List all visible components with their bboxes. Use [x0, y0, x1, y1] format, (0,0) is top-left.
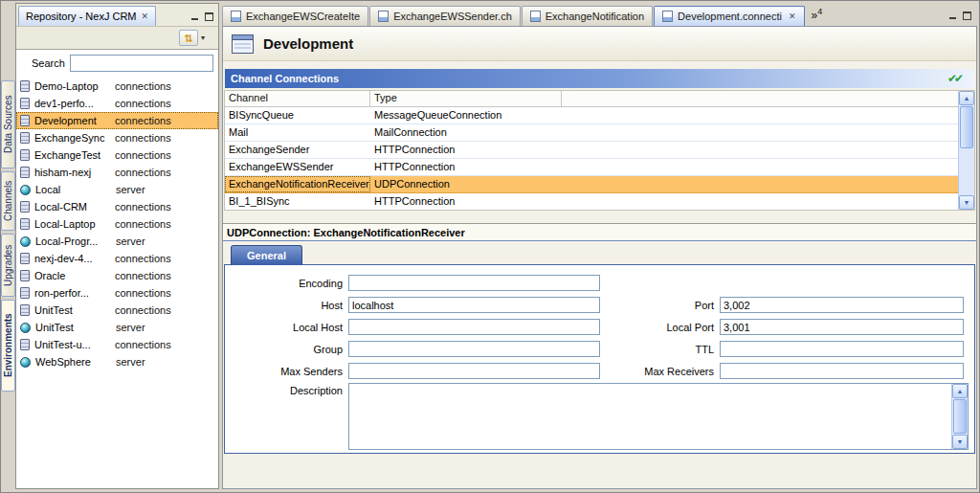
table-body: BISyncQueue MessageQueueConnection Mail … — [225, 107, 958, 210]
tab-overflow-chevron[interactable]: »4 — [812, 7, 823, 22]
view-minimize-icon[interactable] — [190, 12, 199, 21]
scrollbar-thumb[interactable] — [960, 106, 973, 148]
column-header-type[interactable]: Type — [370, 91, 562, 106]
page-title: Development — [263, 35, 353, 52]
connections-stack-icon — [20, 270, 30, 281]
tree-item[interactable]: nexj-dev-4... connections — [16, 250, 218, 267]
tree-item-name: ExchangeTest — [34, 149, 115, 161]
view-menu-icon[interactable]: ▾ — [201, 34, 205, 42]
scrollbar-thumb[interactable] — [953, 399, 967, 434]
table-row[interactable]: BI_1_BISync HTTPConnection — [225, 193, 958, 210]
view-tab-repository[interactable]: Repository - NexJ CRM ✕ — [18, 6, 156, 26]
server-globe-icon — [20, 357, 31, 368]
side-tab-data-sources[interactable]: Data Sources — [1, 80, 15, 168]
tree-item[interactable]: ExchangeTest connections — [16, 146, 218, 164]
tree-item-name: Demo-Laptop — [34, 80, 115, 92]
tree-item[interactable]: Local-Laptop connections — [16, 215, 218, 233]
host-input[interactable] — [348, 297, 600, 313]
group-input[interactable] — [348, 341, 600, 357]
tree-item[interactable]: ron-perfor... connections — [16, 284, 218, 302]
tab-exchange-ews-createite[interactable]: ExchangeEWSCreateIte — [222, 6, 368, 26]
tree-item-kind: server — [116, 356, 145, 368]
tree-item-name: Development — [34, 115, 115, 126]
table-row[interactable]: BISyncQueue MessageQueueConnection — [225, 107, 958, 124]
port-label: Port — [600, 300, 720, 311]
connections-stack-icon — [20, 98, 30, 109]
side-tab-channels[interactable]: Channels — [1, 171, 15, 231]
table-scrollbar[interactable]: ▲ ▼ — [958, 91, 974, 210]
editor-area: ExchangeEWSCreateIte ExchangeEWSSender.c… — [222, 3, 977, 489]
encoding-input[interactable] — [348, 275, 600, 291]
table-row[interactable]: ExchangeSender HTTPConnection — [225, 142, 958, 159]
scroll-up-icon[interactable]: ▲ — [952, 384, 968, 398]
view-title: Repository - NexJ CRM — [26, 11, 137, 22]
tree-item[interactable]: UnitTest-u... connections — [16, 336, 218, 353]
connections-stack-icon — [20, 287, 30, 299]
tab-close-icon[interactable]: ✕ — [789, 11, 796, 21]
tree-item-kind: server — [116, 184, 145, 195]
tree-item-name: hisham-nexj — [34, 167, 115, 178]
editor-minimize-icon[interactable] — [948, 11, 957, 20]
side-tab-upgrades[interactable]: Upgrades — [1, 234, 15, 297]
tree-item-kind: connections — [115, 149, 171, 161]
view-close-icon[interactable]: ✕ — [142, 11, 149, 21]
tree-item-name: Local-Progr... — [35, 235, 116, 247]
local-host-label: Local Host — [229, 322, 348, 333]
tree-item-name: UnitTest — [35, 322, 116, 333]
view-maximize-icon[interactable] — [205, 12, 213, 21]
tab-exchange-notification[interactable]: ExchangeNotification — [522, 6, 653, 26]
cell-type: UDPConnection — [370, 176, 562, 192]
local-port-input[interactable] — [720, 319, 964, 335]
tree-item[interactable]: Local-Progr... server — [16, 233, 218, 250]
port-input[interactable] — [720, 297, 964, 313]
encoding-label: Encoding — [229, 278, 348, 289]
tree-item[interactable]: Local server — [16, 181, 218, 198]
local-host-input[interactable] — [348, 319, 600, 335]
tree-item-kind: connections — [115, 98, 171, 109]
tree-item-kind: connections — [115, 218, 171, 230]
channel-file-icon — [530, 11, 541, 22]
server-globe-icon — [20, 323, 31, 333]
tree-item[interactable]: Oracle connections — [16, 267, 218, 284]
tree-item[interactable]: Development connections — [16, 112, 218, 129]
description-textarea[interactable]: ▲ ▼ — [348, 383, 969, 450]
sync-button[interactable]: ⇅ — [179, 30, 198, 46]
cell-type: HTTPConnection — [370, 193, 562, 210]
tab-general[interactable]: General — [231, 245, 302, 265]
scroll-down-icon[interactable]: ▼ — [959, 195, 974, 210]
scroll-up-icon[interactable]: ▲ — [959, 91, 974, 105]
search-input[interactable] — [70, 55, 213, 72]
tree-item[interactable]: UnitTest server — [16, 319, 218, 336]
tree-item[interactable]: hisham-nexj connections — [16, 164, 218, 181]
tree-item[interactable]: Local-CRM connections — [16, 198, 218, 215]
side-tab-environments[interactable]: Environments — [1, 300, 15, 392]
repository-body: Search Demo-Laptop connections dev1-perf… — [16, 49, 218, 488]
table-row[interactable]: ExchangeEWSSender HTTPConnection — [225, 159, 958, 176]
repository-toolbar: ⇅ ▾ — [16, 27, 218, 48]
tree-item[interactable]: UnitTest connections — [16, 302, 218, 319]
scroll-down-icon[interactable]: ▼ — [952, 435, 968, 449]
cell-channel: ExchangeSender — [225, 142, 370, 158]
tab-exchange-ews-sender[interactable]: ExchangeEWSSender.ch — [369, 6, 521, 26]
tree-item[interactable]: Demo-Laptop connections — [16, 78, 218, 95]
group-label: Group — [229, 344, 348, 355]
description-scrollbar[interactable]: ▲ ▼ — [951, 384, 968, 449]
tree-item-name: nexj-dev-4... — [34, 253, 115, 264]
max-receivers-input[interactable] — [720, 363, 964, 379]
channel-connections-table: Channel Type BISyncQueue MessageQueueCon… — [224, 90, 975, 211]
max-senders-input[interactable] — [348, 363, 600, 379]
cell-channel: ExchangeEWSSender — [225, 159, 370, 175]
column-header-channel[interactable]: Channel — [225, 91, 370, 106]
tree-item[interactable]: WebSphere server — [16, 353, 218, 370]
editor-maximize-icon[interactable] — [963, 11, 971, 20]
table-row[interactable]: Mail MailConnection — [225, 124, 958, 142]
tree-item-name: ExchangeSync — [34, 132, 115, 144]
tree-item[interactable]: dev1-perfo... connections — [16, 95, 218, 112]
description-label: Description — [229, 383, 348, 396]
ttl-input[interactable] — [720, 341, 964, 357]
tree-item[interactable]: ExchangeSync connections — [16, 129, 218, 146]
table-row[interactable]: ExchangeNotificationReceiver UDPConnecti… — [225, 176, 958, 193]
environment-tree: Demo-Laptop connections dev1-perfo... co… — [16, 78, 218, 370]
tab-development-connections[interactable]: Development.connecti ✕ — [654, 6, 804, 26]
detail-section-title: UDPConnection: ExchangeNotificationRecei… — [223, 223, 976, 241]
